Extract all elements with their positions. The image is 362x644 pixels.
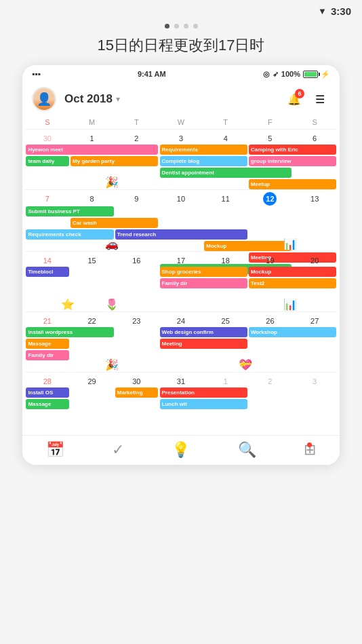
day-number-w2-c5[interactable]: 19 bbox=[248, 252, 293, 267]
event-3-2[interactable]: Workshop bbox=[249, 327, 336, 337]
event-1-1[interactable]: Car wash bbox=[71, 218, 158, 228]
bulb-icon: 💡 bbox=[172, 441, 190, 459]
day-number-w2-c3[interactable]: 17 bbox=[159, 252, 203, 267]
battery-area: ◎ ➶ 100% ⚡ bbox=[263, 70, 330, 79]
day-number-w4-c2[interactable]: 30 bbox=[114, 373, 159, 387]
event-1-3[interactable]: Mockup bbox=[204, 241, 291, 251]
emoji-w2-1: 🌷 bbox=[105, 299, 119, 310]
event-4-0[interactable]: Install OS bbox=[26, 387, 68, 398]
event-3-4[interactable]: Meeting bbox=[160, 339, 247, 349]
event-0-2[interactable]: Camping with Eric bbox=[249, 145, 336, 155]
day-number-w3-c0[interactable]: 21 bbox=[25, 312, 70, 327]
day-number-w1-c5[interactable]: 12 bbox=[248, 190, 293, 206]
phone-time: 9:41 AM bbox=[138, 70, 166, 78]
notification-button[interactable]: 🔔 6 bbox=[284, 89, 304, 109]
day-number-w0-c4[interactable]: 4 bbox=[203, 130, 248, 145]
event-1-5[interactable]: Requirements check bbox=[26, 229, 113, 240]
event-1-2[interactable]: Trend research bbox=[115, 229, 247, 240]
week-events-0: Hyewon meetRequirementsCamping with Eric… bbox=[25, 145, 337, 189]
day-number-w2-c4[interactable]: 18 bbox=[203, 252, 248, 267]
day-number-w4-c4[interactable]: 1 bbox=[203, 373, 248, 387]
avatar[interactable]: 👤 bbox=[32, 87, 56, 111]
day-number-w1-c4[interactable]: 11 bbox=[203, 190, 248, 206]
day-number-w3-c3[interactable]: 24 bbox=[159, 312, 203, 327]
day-number-w1-c1[interactable]: 8 bbox=[70, 190, 115, 206]
event-4-4[interactable]: Lunch wit bbox=[160, 399, 247, 409]
event-2-3[interactable]: Family dir bbox=[160, 278, 247, 288]
event-1-0[interactable]: Submit business PT bbox=[26, 206, 113, 216]
check-icon: ✓ bbox=[112, 441, 124, 459]
nav-ideas[interactable]: 💡 bbox=[172, 441, 190, 459]
day-number-w3-c4[interactable]: 25 bbox=[203, 312, 248, 327]
week-events-2: TimebloclShop groceriesMockupFamily dirT… bbox=[25, 267, 337, 311]
day-number-w3-c2[interactable]: 23 bbox=[114, 312, 159, 327]
event-4-1[interactable]: Marketing bbox=[115, 387, 158, 398]
day-number-w0-c3[interactable]: 3 bbox=[159, 130, 203, 145]
day-number-w4-c6[interactable]: 3 bbox=[292, 373, 337, 387]
month-selector[interactable]: Oct 2018 ▾ bbox=[64, 92, 284, 106]
event-4-3[interactable]: Massage bbox=[26, 399, 68, 409]
emoji-w3-0: 🎉 bbox=[105, 360, 119, 371]
day-number-w2-c1[interactable]: 15 bbox=[70, 252, 115, 267]
event-4-2[interactable]: Presentation bbox=[160, 387, 247, 398]
day-number-w1-c6[interactable]: 13 bbox=[292, 190, 337, 206]
event-3-3[interactable]: Massage bbox=[26, 339, 68, 349]
signal-icon: ▪▪▪ bbox=[32, 69, 41, 79]
event-0-0[interactable]: Hyewon meet bbox=[26, 145, 158, 155]
event-2-2[interactable]: Mockup bbox=[249, 267, 336, 277]
day-number-w4-c3[interactable]: 31 bbox=[159, 373, 203, 387]
search-icon: 🔍 bbox=[238, 441, 256, 459]
day-number-w0-c5[interactable]: 5 bbox=[248, 130, 293, 145]
nav-badge bbox=[307, 442, 312, 447]
event-0-5[interactable]: Complete blog bbox=[160, 156, 247, 166]
emoji-w0-0: 🎉 bbox=[105, 177, 119, 188]
week-row-5: 28293031123Install OSMarketingPresentati… bbox=[25, 372, 337, 432]
day-number-w0-c6[interactable]: 6 bbox=[292, 130, 337, 145]
day-number-w3-c5[interactable]: 26 bbox=[248, 312, 293, 327]
day-number-w0-c0[interactable]: 30 bbox=[25, 130, 70, 145]
event-3-0[interactable]: Install wordpress bbox=[26, 327, 113, 337]
day-number-w3-c1[interactable]: 22 bbox=[70, 312, 115, 327]
day-number-w3-c6[interactable]: 27 bbox=[292, 312, 337, 327]
event-3-5[interactable]: Family dir bbox=[26, 350, 68, 360]
day-header-mon: M bbox=[70, 115, 115, 129]
event-0-7[interactable]: Dentist appointment bbox=[160, 168, 292, 178]
event-3-1[interactable]: Web design confirm bbox=[160, 327, 247, 337]
week-row-2: 78910111213Submit business PTCar washTre… bbox=[25, 189, 337, 251]
nav-tasks[interactable]: ✓ bbox=[112, 441, 124, 459]
page-title: 15日的日程更改到17日时 bbox=[0, 35, 362, 56]
event-2-1[interactable]: Shop groceries bbox=[160, 267, 247, 277]
day-number-w4-c1[interactable]: 29 bbox=[70, 373, 115, 387]
day-number-w0-c2[interactable]: 2 bbox=[114, 130, 159, 145]
nav-calendar[interactable]: 📅 bbox=[46, 441, 64, 459]
event-2-4[interactable]: Test2 bbox=[249, 278, 336, 288]
day-number-w2-c2[interactable]: 16 bbox=[114, 252, 159, 267]
event-0-4[interactable]: My garden party bbox=[71, 156, 158, 166]
emoji-w2-2: 📊 bbox=[283, 299, 297, 310]
day-header-tue: T bbox=[114, 115, 159, 129]
event-0-1[interactable]: Requirements bbox=[160, 145, 247, 155]
event-0-8[interactable]: Meetup bbox=[249, 179, 336, 189]
device-status-bar: ▼ 3:30 bbox=[0, 0, 362, 20]
day-number-w2-c6[interactable]: 20 bbox=[292, 252, 337, 267]
day-number-w4-c0[interactable]: 28 bbox=[25, 373, 70, 387]
nav-more[interactable]: ⊞ bbox=[304, 441, 316, 459]
phone-status-bar: ▪▪▪ 9:41 AM ◎ ➶ 100% ⚡ bbox=[22, 65, 340, 83]
event-0-6[interactable]: group interview bbox=[249, 156, 336, 166]
day-header-fri: F bbox=[248, 115, 293, 129]
event-0-3[interactable]: team daily bbox=[26, 156, 68, 166]
event-2-0[interactable]: Timeblocl bbox=[26, 267, 68, 277]
nav-search[interactable]: 🔍 bbox=[238, 441, 256, 459]
day-number-w2-c0[interactable]: 14 bbox=[25, 252, 70, 267]
menu-button[interactable]: ☰ bbox=[310, 89, 330, 109]
day-header-thu: T bbox=[203, 115, 248, 129]
day-number-w0-c1[interactable]: 1 bbox=[70, 130, 115, 145]
emoji-w1-0: 🚗 bbox=[105, 239, 119, 250]
chevron-down-icon: ▾ bbox=[116, 94, 120, 104]
day-number-w4-c5[interactable]: 2 bbox=[248, 373, 293, 387]
day-number-w1-c2[interactable]: 9 bbox=[114, 190, 159, 206]
day-number-w1-c0[interactable]: 7 bbox=[25, 190, 70, 206]
day-number-w1-c3[interactable]: 10 bbox=[159, 190, 203, 206]
day-header-sun: S bbox=[25, 115, 70, 129]
menu-icon: ☰ bbox=[315, 93, 325, 106]
